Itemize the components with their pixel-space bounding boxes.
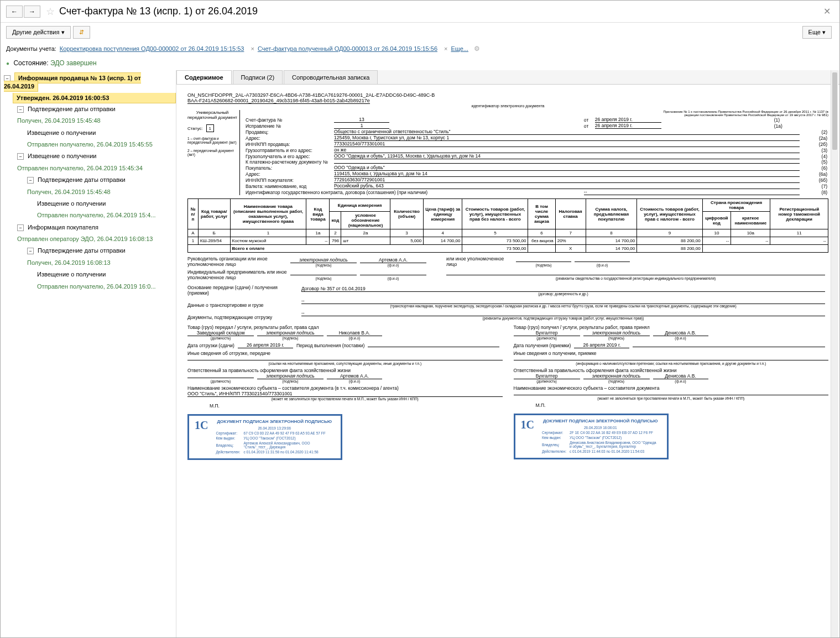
tree-toggle-icon[interactable]: − (17, 106, 24, 113)
tab-cover-note[interactable]: Сопроводительная записка (284, 70, 378, 84)
signature-stamp-1: 1С ДОКУМЕНТ ПОДПИСАН ЭЛЕКТРОННОЙ ПОДПИСЬ… (187, 414, 342, 460)
signature-section: Руководитель организации или иное уполно… (187, 256, 828, 460)
items-table: № п/пКод товара/ работ, услуг Наименован… (187, 198, 828, 253)
upd-left-block: Универсальный передаточный документ Стат… (187, 110, 240, 195)
tree-status: Отправлен оператору ЭДО, 26.04.2019 16:0… (1, 233, 176, 245)
tree-toggle-icon[interactable]: − (17, 153, 24, 160)
status-box: 1 (206, 124, 214, 132)
tree-item[interactable]: Извещение о получении (1, 127, 176, 139)
tree-item[interactable]: Подтверждение даты отправки (38, 176, 126, 183)
gear-icon[interactable]: ⚙ (474, 45, 480, 53)
tree-item[interactable]: Подтверждение даты отправки (28, 106, 116, 112)
stamp-logo-icon: 1С (195, 419, 208, 455)
tree-item[interactable]: Подтверждение даты отправки (38, 247, 126, 254)
document-view[interactable]: ON_NSCHFDOPPR_2AL-A7303297-E6CA-4BD6-A73… (176, 86, 839, 638)
doc-link-1[interactable]: Корректировка поступления ОД00-000002 от… (60, 45, 244, 52)
file-id: ON_NSCHFDOPPR_2AL-A7303297-E6CA-4BD6-A73… (187, 92, 828, 108)
tree-seller-info[interactable]: Информация продавца № 13 (испр. 1) от 26… (4, 72, 141, 92)
close-icon[interactable]: ✕ (820, 6, 834, 17)
tree-approved: Утвержден. 26.04.2019 16:00:53 (13, 93, 176, 103)
doc-link-2[interactable]: Счет-фактура полученный ОД00-000013 от 2… (258, 45, 437, 52)
left-transfer-column: Товар (груз) передал / услуги, результат… (187, 325, 503, 460)
tree-status: Получен, 26.04.2019 15:45:48 (1, 115, 176, 127)
tree-status: Отправлен получателю, 26.04.2019 15:4... (1, 210, 176, 221)
tree-status: Отправлен получателю, 26.04.2019 15:45:3… (1, 163, 176, 174)
remove-doc-2-icon[interactable]: × (444, 45, 447, 52)
forward-button[interactable]: → (24, 6, 40, 18)
tree-item[interactable]: Извещение о получении (1, 198, 176, 210)
vertical-scrollbar[interactable] (831, 70, 838, 638)
more-button[interactable]: Еще ▾ (802, 26, 832, 39)
tabs: Содержимое Подписи (2) Сопроводительная … (176, 70, 839, 85)
favorite-icon[interactable]: ☆ (46, 6, 55, 18)
stamp-logo-icon: 1С (521, 419, 534, 454)
upd-right-block: Приложение № 1 к постановлению Правитель… (240, 110, 828, 195)
tree-toggle-icon[interactable]: − (27, 248, 34, 254)
documents-label: Документы учета: (6, 45, 56, 52)
tab-signatures[interactable]: Подписи (2) (233, 70, 283, 84)
sidebar-tree: − Информация продавца № 13 (испр. 1) от … (1, 70, 176, 638)
status-dot-icon: ● (6, 60, 9, 66)
header-fields: Счет-фактура №13от26 апреля 2019 г.(1) И… (244, 117, 828, 195)
tree-item[interactable]: Извещение о получении (28, 153, 96, 159)
toolbar: Другие действия ▾ ⇵ Еще ▾ (1, 23, 839, 41)
structure-button[interactable]: ⇵ (73, 26, 90, 39)
documents-line: Документы учета: Корректировка поступлен… (1, 41, 839, 56)
other-actions-button[interactable]: Другие действия ▾ (6, 26, 71, 39)
app-window: ← → ☆ Счет-фактура № 13 (испр. 1) от 26.… (0, 0, 840, 638)
tree-status: Получен, 26.04.2019 16:08:13 (1, 257, 176, 269)
right-receive-column: Товар (груз) получил / услуги, результат… (514, 325, 829, 460)
content-area: Содержимое Подписи (2) Сопроводительная … (176, 70, 839, 638)
tree-toggle-icon[interactable]: − (27, 177, 34, 184)
status-label: Состояние: (13, 59, 48, 67)
main-area: − Информация продавца № 13 (испр. 1) от … (1, 70, 839, 638)
signature-stamp-2: 1С ДОКУМЕНТ ПОДПИСАН ЭЛЕКТРОННОЙ ПОДПИСЬ… (514, 414, 669, 459)
tree-status: Отправлен получателю, 26.04.2019 16:0... (1, 281, 176, 292)
titlebar: ← → ☆ Счет-фактура № 13 (испр. 1) от 26.… (1, 1, 839, 23)
tree-status: Отправлен получателю, 26.04.2019 15:45:5… (1, 139, 176, 150)
status-line: ● Состояние: ЭДО завершен (1, 56, 839, 70)
back-button[interactable]: ← (6, 6, 23, 18)
tree-toggle-icon[interactable]: − (17, 224, 24, 231)
scrollbar-thumb[interactable] (832, 72, 837, 150)
tab-content[interactable]: Содержимое (176, 70, 232, 84)
docs-more-link[interactable]: Еще... (451, 45, 468, 52)
remove-doc-1-icon[interactable]: × (251, 45, 254, 52)
status-value: ЭДО завершен (50, 59, 97, 67)
tree-item[interactable]: Извещение о получении (1, 269, 176, 280)
tree-item[interactable]: Информация покупателя (28, 224, 98, 231)
tree-status: Получен, 26.04.2019 15:45:48 (1, 186, 176, 198)
page-title: Счет-фактура № 13 (испр. 1) от 26.04.201… (59, 6, 820, 17)
